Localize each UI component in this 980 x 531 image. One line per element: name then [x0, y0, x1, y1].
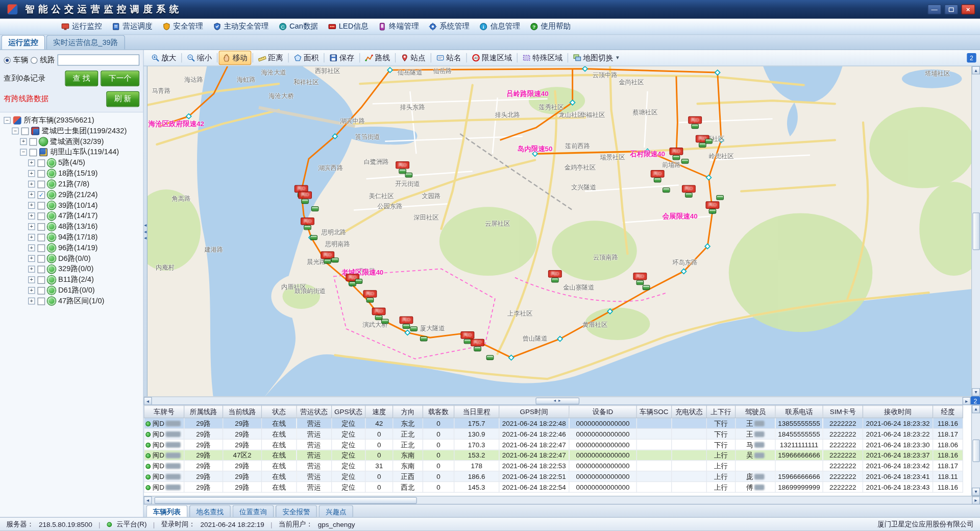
tree-expander-icon[interactable]: +	[28, 234, 35, 240]
vehicle-marker[interactable]: 闽D	[673, 155, 680, 160]
tree-checkbox[interactable]	[21, 127, 29, 135]
maximize-button[interactable]	[944, 5, 958, 15]
minimize-button[interactable]: —	[927, 5, 941, 15]
vehicle-marker[interactable]: 闽D	[636, 280, 644, 285]
tree-route-5[interactable]: +47路(14/17)	[1, 211, 142, 222]
vehicle-marker[interactable]	[310, 235, 317, 240]
toolbar-item-route[interactable]: 路线	[361, 51, 394, 65]
menu-item-terminal[interactable]: 终端管理	[373, 20, 424, 33]
column-header[interactable]: 营运状态	[297, 405, 332, 418]
tree-route-11[interactable]: +B11路(2/4)	[1, 275, 142, 285]
column-header[interactable]: 当日里程	[454, 405, 499, 418]
toolbar-item-save[interactable]: 保存	[326, 51, 358, 65]
grid-vscrollbar[interactable]: ▲ ▼	[971, 405, 980, 496]
toolbar-item-ruler[interactable]: 距离	[254, 51, 287, 65]
map-hscrollbar[interactable]: ◄ ◄ ► ► 2	[144, 396, 980, 404]
vehicle-marker[interactable]: 闽D	[709, 209, 717, 214]
map-canvas[interactable]: 马青路海达路海虹路海沧大道海沧大桥和祥社区西郭社区仙岳隧道仙岳路云顶中路金尚社区…	[148, 66, 971, 397]
column-header[interactable]: 所属线路	[184, 405, 223, 418]
toolbar-item-zoom-out[interactable]: 缩小	[183, 51, 216, 65]
tree-checkbox[interactable]	[37, 170, 45, 177]
tree-checkbox[interactable]	[37, 212, 45, 220]
vehicle-marker[interactable]: 闽D	[301, 199, 309, 204]
tree-group[interactable]: −鹭城巴士集团(1199/2432)	[1, 126, 142, 136]
column-header[interactable]: 状态	[261, 405, 297, 418]
tree-route-3[interactable]: +✓29路(21/24)	[1, 189, 142, 200]
tree-checkbox[interactable]	[37, 180, 45, 188]
tree-checkbox[interactable]	[37, 244, 45, 252]
bottom-tab-safety-alarm[interactable]: 安全报警	[276, 505, 317, 517]
vehicle-marker[interactable]: 闽D	[691, 124, 699, 129]
menu-item-shield2[interactable]: 主动安全管理	[208, 20, 274, 33]
tree-route-8[interactable]: +96路(14/19)	[1, 243, 142, 253]
table-row[interactable]: 闽D29路29路在线营运定位0正西0186.62021-06-24 18:22:…	[144, 471, 963, 482]
column-header[interactable]: 车辆SOC	[636, 405, 672, 418]
menu-item-info[interactable]: i信息管理	[475, 20, 525, 33]
tree-route-7[interactable]: +94路(17/18)	[1, 232, 142, 243]
tree-expander-icon[interactable]: +	[28, 223, 35, 230]
vehicle-marker[interactable]: 闽D	[685, 192, 693, 198]
vehicle-marker[interactable]	[381, 319, 389, 324]
tree-route-0[interactable]: +5路(4/5)	[1, 158, 142, 168]
column-header[interactable]: SIM卡号	[823, 405, 863, 418]
column-header[interactable]: 车牌号	[144, 405, 184, 418]
tree-expander-icon[interactable]: +	[28, 159, 35, 166]
grid-scroll-up-arrow[interactable]: ▲	[972, 405, 980, 413]
table-row[interactable]: 闽D29路29路在线营运定位31东南01782021-06-24 18:22:5…	[144, 461, 963, 471]
tree-subgroup-1[interactable]: −胡里山车队(119/144)	[1, 147, 142, 158]
scroll-left-arrow[interactable]: ◄	[144, 397, 152, 405]
vehicle-marker[interactable]	[420, 336, 428, 342]
toolbar-item-station-name[interactable]: 站名	[432, 51, 465, 65]
tree-checkbox[interactable]	[30, 149, 37, 156]
tree-expander-icon[interactable]: +	[28, 245, 35, 251]
tree-checkbox[interactable]	[37, 297, 45, 305]
tree-expander-icon[interactable]: +	[28, 276, 35, 283]
column-header[interactable]: 接收时间	[863, 405, 933, 418]
toolbar-item-area[interactable]: 面积	[290, 51, 323, 65]
vehicle-marker[interactable]	[716, 195, 724, 200]
column-header[interactable]: 经度	[933, 405, 963, 418]
panel-tab-1[interactable]: 实时运营信息_39路	[46, 35, 125, 50]
vehicle-marker[interactable]: 闽D	[403, 324, 410, 329]
vehicle-marker[interactable]: 闽D	[474, 346, 481, 351]
vehicle-marker[interactable]	[311, 206, 319, 211]
tree-expander-icon[interactable]: +	[28, 255, 35, 262]
column-header[interactable]: 载客数	[423, 405, 454, 418]
tree-expander-icon[interactable]: −	[12, 128, 18, 134]
vehicle-marker[interactable]: 闽D	[551, 278, 559, 283]
tree-checkbox[interactable]	[37, 286, 45, 294]
tree-checkbox[interactable]	[37, 159, 45, 167]
table-row[interactable]: 闽D29路29路在线营运定位0正北0130.92021-06-24 18:22:…	[144, 428, 963, 439]
map-base-layer[interactable]	[148, 66, 971, 397]
vehicle-marker[interactable]	[355, 279, 363, 284]
table-row[interactable]: 闽D29路47区2在线营运定位0东南0153.22021-06-24 18:22…	[144, 450, 963, 461]
column-header[interactable]: 上下行	[706, 405, 735, 418]
toolbar-item-zoom-in[interactable]: 放大	[148, 51, 180, 65]
bottom-tab-place-search[interactable]: 地名查找	[189, 505, 231, 517]
column-header[interactable]: 联系电话	[775, 405, 823, 418]
menu-item-dispatch[interactable]: 营运调度	[107, 20, 157, 33]
toolbar-corner-badge[interactable]: 2	[967, 53, 976, 62]
tree-checkbox[interactable]	[37, 202, 45, 209]
tree-route-4[interactable]: +39路(10/14)	[1, 200, 142, 211]
grid-vscroll-thumb[interactable]	[972, 439, 980, 462]
map-vscroll-thumb[interactable]	[972, 212, 980, 250]
column-header[interactable]: 方向	[393, 405, 423, 418]
tree-checkbox[interactable]	[37, 233, 45, 241]
tree-expander-icon[interactable]: −	[20, 149, 27, 155]
tree-expander-icon[interactable]: +	[28, 266, 35, 272]
vehicle-marker[interactable]: 闽D	[366, 298, 374, 303]
column-header[interactable]: 充电状态	[672, 405, 707, 418]
line-radio[interactable]	[31, 57, 37, 63]
panel-collapse-handle[interactable]: ◄◄◄	[144, 66, 148, 397]
tree-expander-icon[interactable]: −	[4, 117, 10, 124]
column-header[interactable]: GPS时间	[499, 405, 569, 418]
tree-expander-icon[interactable]: +	[28, 298, 35, 304]
refresh-button[interactable]: 刷 新	[106, 91, 139, 107]
vehicle-marker[interactable]	[410, 326, 418, 331]
tree-route-2[interactable]: +21路(7/8)	[1, 179, 142, 189]
grid-hscrollbar[interactable]: ◄ ►	[144, 496, 980, 504]
tree-expander-icon[interactable]: +	[28, 191, 35, 198]
tree-expander-icon[interactable]: +	[28, 202, 35, 209]
bottom-tab-location-query[interactable]: 位置查询	[233, 505, 274, 517]
